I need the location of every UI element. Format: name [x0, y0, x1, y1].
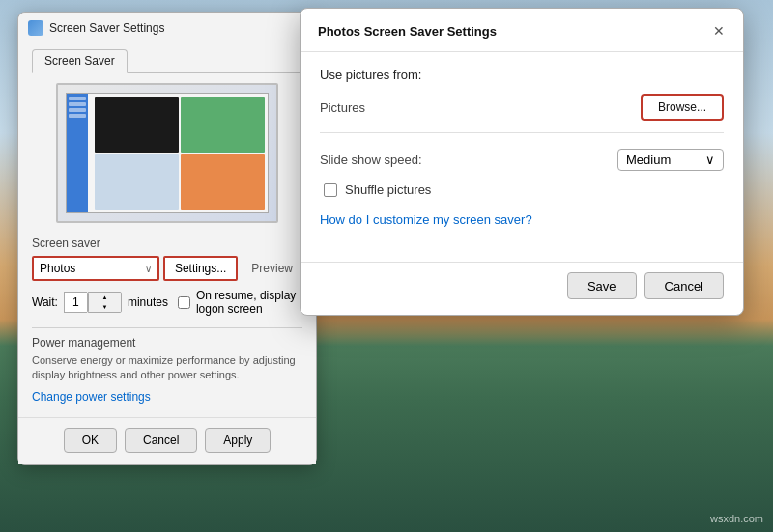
preview-block-1 — [95, 97, 179, 153]
screen-saver-dropdown[interactable]: Photos ∨ — [32, 256, 159, 281]
apply-button[interactable]: Apply — [205, 428, 271, 453]
speed-arrow-icon: ∨ — [705, 153, 715, 167]
spinner-down-icon[interactable]: ▼ — [88, 302, 121, 312]
shuffle-row: Shuffle pictures — [320, 182, 724, 197]
window-icon — [28, 20, 43, 36]
window-content: Screen Saver — [18, 42, 316, 417]
wait-spinner[interactable]: ▲ ▼ — [87, 292, 122, 313]
sidebar-item-1 — [69, 97, 86, 100]
photos-footer: Save Cancel — [301, 262, 743, 315]
minutes-label: minutes — [128, 295, 168, 309]
cancel-button-photos[interactable]: Cancel — [644, 272, 724, 299]
change-power-link[interactable]: Change power settings — [32, 390, 151, 404]
sidebar-item-3 — [69, 108, 86, 112]
wait-spinner-wrap: 1 ▲ ▼ — [64, 292, 122, 313]
tab-screen-saver[interactable]: Screen Saver — [32, 49, 128, 73]
preview-sidebar — [67, 94, 88, 212]
shuffle-label: Shuffle pictures — [345, 182, 431, 197]
browse-button[interactable]: Browse... — [641, 94, 724, 121]
photos-dialog: Photos Screen Saver Settings ✕ Use pictu… — [300, 8, 744, 316]
close-button[interactable]: ✕ — [708, 20, 730, 42]
wait-row: Wait: 1 ▲ ▼ minutes On resume, display l… — [32, 289, 302, 316]
window-titlebar: Screen Saver Settings — [18, 13, 316, 42]
screen-saver-window: Screen Saver Settings Screen Saver — [17, 12, 317, 465]
use-pictures-label: Use pictures from: — [320, 68, 724, 82]
wait-value: 1 — [64, 292, 87, 313]
photos-titlebar: Photos Screen Saver Settings ✕ — [301, 9, 743, 52]
photos-dialog-title: Photos Screen Saver Settings — [318, 24, 497, 39]
resume-label: On resume, display logon screen — [196, 289, 302, 316]
pictures-source: Pictures — [320, 100, 365, 115]
preview-button[interactable]: Preview — [242, 256, 302, 281]
slideshow-row: Slide show speed: Medium ∨ — [320, 149, 724, 171]
preview-block-3 — [95, 154, 179, 210]
save-button[interactable]: Save — [567, 272, 637, 299]
slideshow-label: Slide show speed: — [320, 153, 422, 167]
screen-saver-controls: Photos ∨ Settings... Preview — [32, 256, 302, 281]
power-section: Power management Conserve energy or maxi… — [32, 327, 302, 404]
preview-main — [92, 94, 268, 212]
resume-checkbox[interactable] — [178, 296, 190, 309]
preview-area — [56, 83, 278, 223]
speed-dropdown[interactable]: Medium ∨ — [617, 149, 724, 171]
dropdown-value: Photos — [40, 262, 75, 275]
how-to-link[interactable]: How do I customize my screen saver? — [320, 212, 724, 227]
power-description: Conserve energy or maximize performance … — [32, 353, 302, 383]
sidebar-item-4 — [69, 114, 86, 118]
dropdown-arrow-icon: ∨ — [145, 264, 152, 274]
speed-value: Medium — [626, 153, 671, 167]
preview-block-4 — [181, 154, 265, 210]
pictures-row: Pictures Browse... — [320, 94, 724, 133]
preview-screen — [58, 85, 276, 221]
watermark: wsxdn.com — [710, 513, 763, 524]
window-footer: OK Cancel Apply — [18, 417, 316, 464]
tab-bar: Screen Saver — [32, 49, 302, 73]
preview-block-2 — [181, 97, 265, 153]
wait-label: Wait: — [32, 295, 58, 309]
spinner-up-icon[interactable]: ▲ — [88, 293, 121, 302]
preview-inner — [66, 93, 269, 213]
power-title: Power management — [32, 336, 302, 350]
photos-content: Use pictures from: Pictures Browse... Sl… — [301, 52, 743, 262]
cancel-button-main[interactable]: Cancel — [125, 428, 197, 453]
window-title: Screen Saver Settings — [49, 21, 306, 35]
shuffle-checkbox[interactable] — [324, 183, 337, 197]
screen-saver-section-label: Screen saver — [32, 237, 302, 250]
settings-button[interactable]: Settings... — [163, 256, 238, 281]
ok-button[interactable]: OK — [64, 428, 117, 453]
sidebar-item-2 — [69, 102, 86, 106]
